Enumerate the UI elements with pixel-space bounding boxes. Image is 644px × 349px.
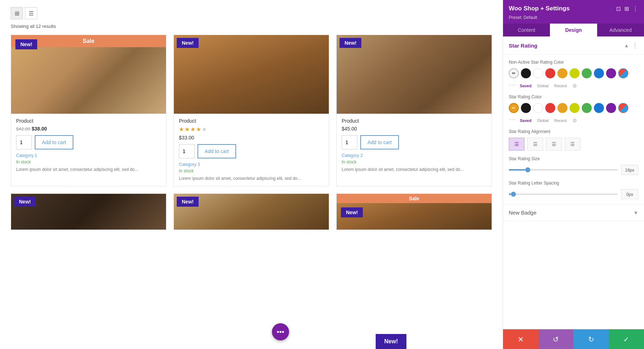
star-rating-title: Star Rating — [509, 43, 537, 49]
product-grid: Sale New! Product $42.00 $38.00 Add to c… — [11, 35, 492, 186]
chevron-down-icon[interactable]: ▼ — [633, 210, 638, 216]
color-orange[interactable] — [557, 68, 567, 78]
main-content: ⊞ ☰ Showing all 12 results Sale New! Pro… — [0, 0, 503, 349]
product-name: Product — [179, 118, 324, 124]
redo-button[interactable]: ↻ — [574, 329, 609, 349]
saved-tab[interactable]: Saved — [520, 84, 531, 88]
color-purple[interactable] — [606, 68, 616, 78]
cancel-button[interactable]: ✕ — [503, 329, 538, 349]
new-badge-title: New Badge — [509, 210, 537, 216]
panel-tabs: Content Design Advanced — [503, 24, 644, 36]
color-yellow[interactable] — [570, 68, 580, 78]
tab-advanced[interactable]: Advanced — [597, 24, 644, 36]
size-slider-thumb[interactable] — [525, 167, 530, 172]
letter-spacing-value[interactable]: 0px — [621, 189, 638, 199]
color-blue[interactable] — [594, 68, 604, 78]
saved-tabs: Saved Global Recent ⚙ — [520, 83, 577, 89]
layout-icon[interactable]: ⊞ — [624, 5, 629, 12]
product-description: Lorem ipsum dolor sit amet, consectetur … — [16, 167, 161, 173]
new-badge-section-header[interactable]: New Badge ▼ — [503, 205, 644, 221]
letter-spacing-label: Star Rating Letter Spacing — [509, 181, 638, 186]
color-gradient[interactable] — [618, 68, 628, 78]
category-link[interactable]: Category 3 — [179, 162, 324, 167]
product-image: New! — [174, 194, 329, 230]
recent-tab-active[interactable]: Recent — [554, 118, 567, 123]
add-to-cart-row: Add to cart — [342, 135, 487, 149]
tab-design[interactable]: Design — [550, 24, 597, 36]
quantity-input[interactable] — [179, 144, 195, 158]
color-green[interactable] — [582, 68, 592, 78]
star-1: ★ — [179, 126, 184, 133]
product-image: New! — [174, 35, 329, 114]
product-card: New! — [11, 193, 166, 230]
align-justify-button[interactable]: ☰ — [565, 138, 580, 151]
quantity-input[interactable] — [342, 135, 357, 149]
size-label: Star Rating Size — [509, 156, 638, 161]
floating-action-button[interactable]: ••• — [272, 323, 289, 340]
color-orange[interactable] — [557, 103, 567, 113]
align-left-button[interactable]: ☰ — [509, 138, 525, 151]
color-purple[interactable] — [606, 103, 616, 113]
undo-button[interactable]: ↺ — [538, 329, 574, 349]
align-right-button[interactable]: ☰ — [546, 138, 562, 151]
grid-view-button[interactable]: ⊞ — [11, 7, 23, 19]
category-link[interactable]: Category 2 — [342, 153, 487, 158]
settings-icon-active[interactable]: ⚙ — [572, 118, 577, 123]
new-badge: New! — [177, 38, 199, 48]
size-slider[interactable] — [509, 169, 618, 171]
letter-spacing-slider[interactable] — [509, 193, 618, 195]
preset-selector[interactable]: Preset: Default — [509, 15, 638, 20]
price-wrap: $33.00 — [179, 135, 324, 141]
panel-header: Woo Shop + Settings ⊡ ⊞ ⋮ Preset: Defaul… — [503, 0, 644, 24]
color-blue[interactable] — [594, 103, 604, 113]
color-white[interactable] — [533, 68, 543, 78]
focus-icon[interactable]: ⊡ — [616, 5, 621, 12]
sale-banner: Sale — [337, 194, 492, 203]
confirm-button[interactable]: ✓ — [609, 329, 644, 349]
color-white[interactable] — [533, 103, 543, 113]
eyedropper-icon: ✏ — [512, 71, 516, 76]
global-tab-active[interactable]: Global — [537, 118, 548, 123]
new-badge: New! — [177, 197, 199, 207]
size-slider-row: 16px — [509, 165, 638, 175]
color-black[interactable] — [521, 103, 531, 113]
list-view-button[interactable]: ☰ — [25, 7, 37, 19]
price: $45.00 — [342, 126, 357, 132]
more-options-icon[interactable]: ⋮ — [632, 41, 638, 49]
letter-spacing-slider-thumb[interactable] — [511, 192, 516, 197]
add-to-cart-button[interactable]: Add to cart — [35, 135, 73, 149]
size-value[interactable]: 16px — [621, 165, 638, 175]
price-wrap: $42.00 $38.00 — [16, 126, 161, 132]
recent-tab[interactable]: Recent — [554, 84, 567, 88]
add-to-cart-button[interactable]: Add to cart — [360, 135, 399, 149]
new-badge: New! — [340, 38, 361, 48]
more-icon[interactable]: ⋮ — [633, 5, 638, 12]
product-card: New! — [174, 193, 329, 230]
settings-icon[interactable]: ⚙ — [572, 83, 577, 89]
color-red[interactable] — [545, 68, 555, 78]
more-swatches-button[interactable]: ··· — [509, 81, 516, 89]
new-badge-preview: New! — [376, 334, 406, 349]
chevron-up-icon[interactable]: ▲ — [624, 43, 629, 48]
alignment-label: Star Rating Alignment — [509, 129, 638, 134]
color-yellow[interactable] — [570, 103, 580, 113]
color-picker-button[interactable]: ✏ — [509, 68, 519, 78]
star-rating-section-header[interactable]: Star Rating ▲ ⋮ — [503, 36, 644, 55]
product-image: New! — [11, 194, 166, 230]
color-black[interactable] — [521, 68, 531, 78]
saved-tab-active[interactable]: Saved — [520, 118, 531, 123]
color-gradient[interactable] — [618, 103, 628, 113]
quantity-input[interactable] — [16, 135, 32, 149]
size-slider-fill — [509, 169, 525, 171]
add-to-cart-button[interactable]: Add to cart — [197, 144, 236, 158]
more-swatches-button-active[interactable]: ··· — [509, 116, 516, 123]
color-red[interactable] — [545, 103, 555, 113]
product-info: Product $42.00 $38.00 Add to cart Catego… — [11, 114, 166, 177]
global-tab[interactable]: Global — [537, 84, 548, 88]
price-new: $38.00 — [31, 126, 47, 132]
color-picker-button-active[interactable]: ✏ — [509, 103, 519, 113]
align-center-button[interactable]: ☰ — [527, 138, 543, 151]
category-link[interactable]: Category 1 — [16, 153, 161, 158]
tab-content[interactable]: Content — [503, 24, 550, 36]
color-green[interactable] — [582, 103, 592, 113]
